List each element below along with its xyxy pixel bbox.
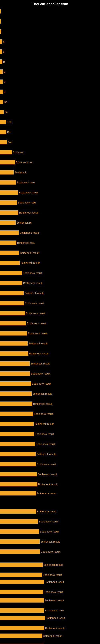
bar-label: Bottleneck result (33, 412, 53, 416)
bar-label: Bo (3, 100, 7, 104)
bar-label: Bottleneck result (42, 634, 62, 637)
bar (0, 200, 17, 205)
bar-label: Bottleneck result (36, 510, 56, 513)
bar (0, 634, 42, 638)
bar-item: Bottleneck result (0, 472, 57, 476)
bar-item: Bottleneck result (0, 412, 53, 416)
bar-item: Bottleneck result (0, 590, 63, 594)
bar-label: Bottleneck result (42, 573, 62, 576)
bar-item: Bott (0, 120, 11, 124)
bar (0, 180, 16, 184)
bar-label: Bottleneck result (44, 609, 64, 612)
bar (0, 331, 27, 336)
bar (0, 70, 2, 74)
bar-item: Bottleneck re (0, 220, 32, 225)
bar (0, 291, 24, 295)
bar (0, 321, 26, 326)
bar (0, 260, 20, 265)
bar-label: Bottleneck result (36, 463, 56, 466)
bar (0, 100, 3, 104)
bar-label: Bottleneck result (19, 231, 39, 234)
bar-label: Bottleneck result (45, 616, 65, 620)
bar (0, 462, 36, 466)
bar-item: Bottleneck result (0, 402, 52, 406)
bar (0, 271, 22, 275)
bar-label: Bottleneck result (36, 492, 56, 495)
bar (0, 281, 22, 285)
bar-label: Bott (6, 120, 11, 124)
bar-item (0, 19, 1, 24)
bar (0, 39, 2, 44)
bar-label: Bottleneck result (20, 262, 40, 264)
bar-label: Bottleneck result (24, 292, 44, 295)
bar-label: Bottleneck result (18, 191, 38, 194)
bar-item: Bottleneck result (0, 598, 64, 602)
bar (0, 580, 44, 584)
bar (0, 412, 33, 416)
bar (0, 140, 7, 144)
bar-item: Bo (0, 110, 8, 114)
bar-item: Bottleneck resu (0, 200, 36, 205)
bar-item (0, 9, 1, 14)
bar-label: Bottleneck resu (16, 241, 35, 244)
bar-item: Bottleneck result (0, 634, 62, 638)
bar (0, 210, 18, 215)
bar-label: Bottleneck result (28, 342, 48, 345)
bar-label: Bottleneck result (37, 473, 57, 476)
bar-item: Bottleneck result (0, 539, 60, 544)
bar (0, 230, 19, 235)
bar-item: Bottleneck result (0, 281, 42, 285)
bar-item: Bottleneck result (0, 562, 63, 567)
bar-label: Bottleneck result (27, 332, 47, 335)
bar-item: E (0, 70, 5, 74)
bar-item: Bottleneck resu (0, 180, 35, 184)
bar (0, 341, 28, 346)
bar (0, 562, 43, 567)
chart-area: TheBottlenecker.com EEBEEBBoBoBottBotBot… (0, 0, 100, 644)
bar-label: Bottleneck result (44, 599, 64, 602)
bar-label: B (3, 90, 6, 94)
bar-label: Bottleneck result (25, 312, 45, 315)
bar-label: Bottlenec (12, 151, 24, 154)
bar-item: Bottleneck result (0, 321, 46, 326)
bar-item: Bottleneck result (0, 230, 39, 235)
bar-item: Bottleneck result (0, 291, 44, 295)
bar-label: Bottleneck result (22, 282, 42, 284)
bar (0, 550, 40, 554)
bar-label: Bottleneck result (22, 272, 42, 274)
bar-item: Bottleneck result (0, 509, 56, 514)
bar-item: Bottleneck result (0, 491, 56, 496)
site-title: TheBottlenecker.com (0, 0, 100, 7)
bar-item: Bottleneck result (0, 371, 50, 376)
bar-label: Bottleneck result (28, 352, 49, 355)
bar-label: E (2, 50, 4, 53)
bar-item: Bottleneck result (0, 482, 57, 486)
bar-label: Bottleneck result (32, 392, 51, 395)
bar-label: E (3, 80, 5, 83)
bar-item: Bottleneck result (0, 616, 65, 620)
bar-item: Bottleneck resu (0, 240, 35, 245)
bar (0, 491, 36, 496)
bar (0, 170, 14, 174)
bar-item: Bottleneck result (0, 190, 38, 194)
bar-item: Bottleneck result (0, 442, 55, 446)
bar-item (0, 29, 2, 34)
bar-label: Bottleneck result (40, 550, 60, 553)
bar-item: E (0, 49, 4, 54)
bar-item: Bottlenec (0, 150, 24, 154)
bar-item: Bottleneck (0, 170, 27, 174)
bar (0, 150, 12, 154)
bar (0, 529, 39, 534)
bar (0, 80, 3, 84)
bar-item: Bottleneck result (0, 462, 56, 466)
bar-item: Bottleneck result (0, 381, 51, 386)
bar-item: Bott (0, 140, 12, 144)
bar-label: Bottleneck result (35, 442, 55, 446)
bar (0, 626, 44, 630)
bar-item: Bottleneck result (0, 361, 50, 366)
bar-item: Bottleneck result (0, 422, 53, 426)
bar-label: Bottleneck result (43, 590, 63, 594)
bar (0, 598, 44, 602)
bar-item: B (0, 59, 5, 64)
bar (0, 452, 36, 456)
